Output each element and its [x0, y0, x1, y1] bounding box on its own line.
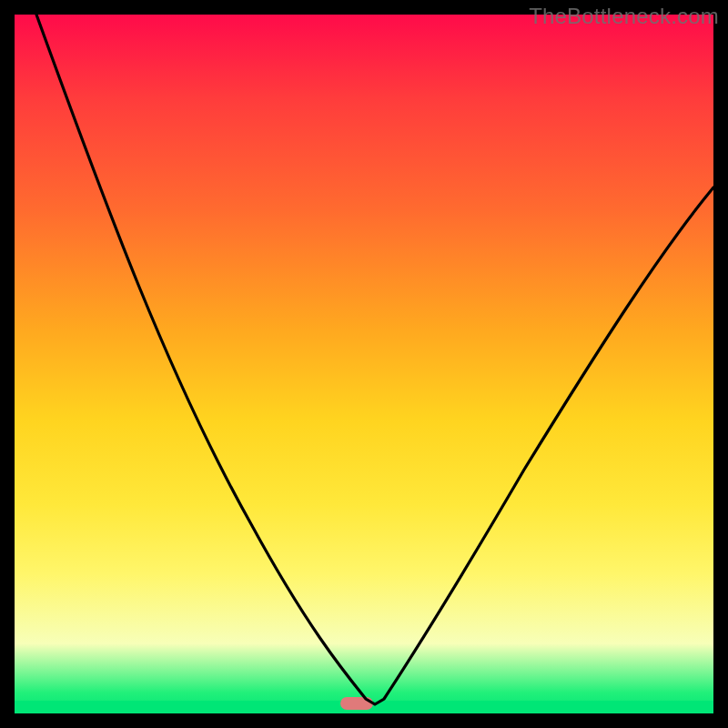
plot-area — [15, 15, 713, 713]
chart-container: TheBottleneck.com — [0, 0, 728, 728]
curve-path — [36, 15, 713, 704]
bottleneck-curve — [15, 15, 713, 713]
watermark-text: TheBottleneck.com — [529, 4, 719, 29]
optimal-marker — [340, 697, 373, 710]
